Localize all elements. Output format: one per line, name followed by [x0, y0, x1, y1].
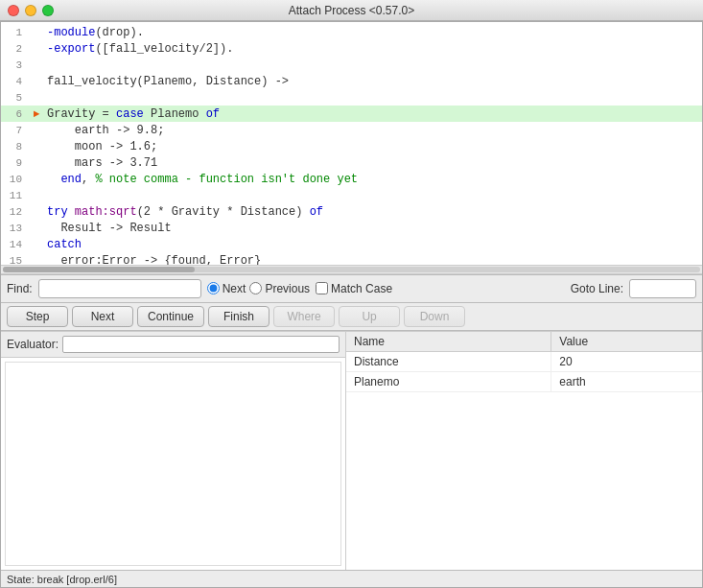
code-content: moon -> 1.6; [43, 138, 702, 154]
code-line: 1-module(drop). [1, 24, 702, 40]
line-number: 2 [1, 40, 30, 57]
variable-value: earth [551, 371, 702, 391]
code-content: -export([fall_velocity/2]). [43, 40, 702, 57]
minimize-button[interactable] [25, 5, 36, 16]
line-number: 3 [1, 57, 30, 73]
code-line: 4fall_velocity(Planemo, Distance) -> [1, 73, 702, 89]
up-button[interactable]: Up [339, 306, 400, 327]
code-content: error:Error -> {found, Error} [43, 252, 702, 265]
code-content: fall_velocity(Planemo, Distance) -> [43, 73, 702, 89]
debug-toolbar: Step Next Continue Finish Where Up Down [1, 303, 702, 331]
line-indicator [30, 252, 43, 265]
current-line-arrow: ► [34, 108, 40, 120]
line-number: 6 [1, 106, 30, 122]
variables-panel: Name Value Distance20Planemoearth [346, 332, 702, 571]
code-line: 14catch [1, 236, 702, 252]
code-line: 10 end, % note comma - function isn't do… [1, 171, 702, 187]
code-content: Gravity = case Planemo of [43, 106, 702, 122]
search-direction-group: Next Previous [207, 282, 310, 295]
variables-table: Name Value Distance20Planemoearth [346, 332, 702, 392]
line-indicator [30, 138, 43, 154]
variable-name: Distance [346, 351, 551, 371]
code-content [43, 187, 702, 203]
line-number: 11 [1, 187, 30, 203]
step-button[interactable]: Step [7, 306, 68, 327]
scroll-thumb[interactable] [3, 267, 195, 272]
evaluator-panel: Evaluator: [1, 332, 346, 571]
code-line: 9 mars -> 3.71 [1, 154, 702, 171]
scroll-track[interactable] [3, 267, 700, 272]
next-radio-text: Next [223, 282, 246, 295]
code-content: mars -> 3.71 [43, 154, 702, 171]
goto-input[interactable] [629, 279, 696, 298]
line-indicator [30, 171, 43, 187]
line-indicator [30, 187, 43, 203]
evaluator-input[interactable] [62, 336, 340, 353]
close-button[interactable] [8, 5, 19, 16]
line-indicator [30, 122, 43, 138]
find-label: Find: [7, 282, 33, 295]
line-number: 10 [1, 171, 30, 187]
line-number: 12 [1, 203, 30, 220]
line-indicator [30, 89, 43, 106]
code-content [43, 57, 702, 73]
line-indicator [30, 154, 43, 171]
code-content: end, % note comma - function isn't done … [43, 171, 702, 187]
code-line: 15 error:Error -> {found, Error} [1, 252, 702, 265]
code-content: try math:sqrt(2 * Gravity * Distance) of [43, 203, 702, 220]
evaluator-header: Evaluator: [1, 332, 345, 358]
match-case-checkbox[interactable] [316, 282, 328, 294]
code-line: 6►Gravity = case Planemo of [1, 106, 702, 122]
code-line: 12try math:sqrt(2 * Gravity * Distance) … [1, 203, 702, 220]
where-button[interactable]: Where [273, 306, 335, 327]
next-button[interactable]: Next [72, 306, 133, 327]
evaluator-body[interactable] [5, 362, 341, 567]
variable-row: Distance20 [346, 351, 702, 371]
bottom-panel: Evaluator: Name Value Distance20Planemoe… [1, 331, 702, 571]
line-number: 14 [1, 236, 30, 252]
next-radio[interactable] [207, 282, 220, 294]
code-table: 1-module(drop).2-export([fall_velocity/2… [1, 24, 702, 265]
line-number: 5 [1, 89, 30, 106]
next-radio-label[interactable]: Next [207, 282, 246, 295]
line-indicator [30, 73, 43, 89]
code-line: 3 [1, 57, 702, 73]
continue-button[interactable]: Continue [137, 306, 204, 327]
goto-label: Goto Line: [571, 282, 623, 295]
status-text: State: break [drop.erl/6] [7, 574, 117, 585]
line-indicator [30, 203, 43, 220]
previous-radio[interactable] [249, 282, 262, 294]
finish-button[interactable]: Finish [208, 306, 269, 327]
line-indicator [30, 40, 43, 57]
line-indicator: ► [30, 106, 43, 122]
window-title: Attach Process <0.57.0> [289, 4, 414, 17]
variable-name: Planemo [346, 371, 551, 391]
horizontal-scrollbar[interactable] [1, 265, 702, 274]
code-content: catch [43, 236, 702, 252]
col-value: Value [551, 332, 702, 352]
line-indicator [30, 24, 43, 40]
previous-radio-label[interactable]: Previous [249, 282, 310, 295]
code-editor[interactable]: 1-module(drop).2-export([fall_velocity/2… [1, 22, 702, 265]
match-case-label[interactable]: Match Case [316, 282, 392, 295]
line-number: 13 [1, 220, 30, 236]
find-input[interactable] [38, 279, 201, 298]
title-bar: Attach Process <0.57.0> [0, 0, 703, 21]
match-case-text: Match Case [331, 282, 392, 295]
code-line: 7 earth -> 9.8; [1, 122, 702, 138]
code-line: 11 [1, 187, 702, 203]
line-number: 9 [1, 154, 30, 171]
code-content: -module(drop). [43, 24, 702, 40]
line-number: 15 [1, 252, 30, 265]
line-indicator [30, 220, 43, 236]
line-indicator [30, 236, 43, 252]
variable-row: Planemoearth [346, 371, 702, 391]
maximize-button[interactable] [42, 5, 54, 16]
line-number: 7 [1, 122, 30, 138]
line-number: 1 [1, 24, 30, 40]
status-bar: State: break [drop.erl/6] [1, 570, 702, 587]
find-bar: Find: Next Previous Match Case Goto Line… [1, 274, 702, 303]
code-content [43, 89, 702, 106]
down-button[interactable]: Down [404, 306, 465, 327]
previous-radio-text: Previous [265, 282, 310, 295]
